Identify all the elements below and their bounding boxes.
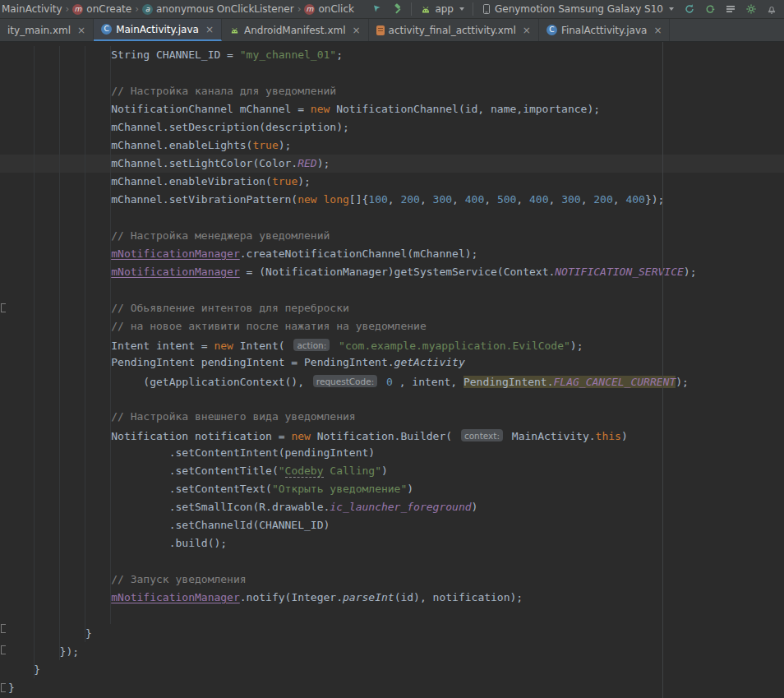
code-line[interactable]: .setContentText("Открыть уведомление") (0, 480, 784, 498)
code-token: ) (621, 430, 628, 442)
code-line[interactable]: mNotificationManager = (NotificationMana… (0, 263, 784, 281)
editor-tab-mainactivity-java[interactable]: CMainActivity.java× (94, 19, 222, 41)
tab-close-icon[interactable]: × (523, 25, 531, 35)
code-line[interactable] (0, 209, 784, 227)
main-toolbar: MainActivity › m onCreate › a anonymous … (0, 0, 784, 19)
code-token: .build(); (8, 537, 227, 549)
android-manifest-icon (229, 25, 240, 35)
breadcrumb-label: anonymous OnClickListener (156, 3, 294, 15)
code-line[interactable]: Notification notification = new Notifica… (0, 426, 784, 444)
code-line[interactable]: }); (0, 643, 784, 661)
code-line[interactable] (0, 607, 784, 625)
editor-tab-ity-main-xml[interactable]: ity_main.xml× (0, 19, 94, 41)
code-line[interactable]: .setChannelId(CHANNEL_ID) (0, 516, 784, 534)
code-token: new (297, 193, 316, 206)
code-token: ); (297, 175, 311, 187)
code-token: new (311, 103, 330, 115)
locate-file-icon[interactable] (370, 2, 385, 16)
code-line[interactable]: } (0, 679, 784, 697)
code-line[interactable]: // Настройка менеджера уведомлений (0, 227, 784, 245)
code-editor[interactable]: String CHANNEL_ID = "my_channel_01"; // … (0, 42, 784, 698)
code-line[interactable]: Intent intent = new Intent( action: "com… (0, 335, 784, 354)
code-line[interactable] (0, 552, 784, 571)
code-line[interactable] (0, 281, 784, 299)
code-line[interactable]: } (0, 661, 784, 679)
code-token (380, 376, 386, 388)
logcat-icon[interactable] (723, 2, 738, 16)
code-line[interactable]: .build(); (0, 534, 784, 552)
code-token: 300 (433, 193, 452, 206)
code-token: ; (336, 49, 343, 61)
method-icon: m (304, 4, 315, 15)
code-token: PendingIntent. (463, 376, 554, 388)
code-token: ); (279, 139, 292, 151)
code-line[interactable]: PendingIntent pendingIntent = PendingInt… (0, 354, 784, 372)
sdk-manager-gear-icon[interactable] (744, 2, 759, 16)
notifications-bell-icon[interactable] (764, 2, 779, 16)
code-token: mChannel.enableLights( (8, 139, 252, 151)
android-app-icon (420, 4, 431, 15)
tab-close-icon[interactable]: × (77, 25, 85, 35)
code-token: 100 (368, 193, 387, 206)
code-line[interactable]: mChannel.setDescription(description); (0, 118, 784, 136)
breadcrumb-separator: › (297, 3, 302, 15)
code-token: "Открыть уведомление" (272, 483, 407, 495)
device-selector[interactable]: Genymotion Samsung Galaxy S10 (479, 2, 676, 16)
code-line[interactable]: (getApplicationContext(), requestCode: 0… (0, 372, 784, 390)
code-token: } (8, 682, 15, 694)
breadcrumb-onclick[interactable]: m onClick (304, 3, 354, 15)
code-token: 400 (625, 193, 644, 206)
code-line[interactable]: NotificationChannel mChannel = new Notif… (0, 100, 784, 118)
code-line[interactable]: mChannel.setVibrationPattern(new long[]{… (0, 191, 784, 209)
code-token: mChannel.setVibrationPattern( (8, 193, 297, 206)
code-line[interactable]: String CHANNEL_ID = "my_channel_01"; (0, 46, 784, 64)
code-line[interactable]: // на новое активити после нажатия на ув… (0, 317, 784, 335)
editor-tab-finalacttivity-java[interactable]: CFinalActtivity.java× (539, 19, 671, 41)
code-line[interactable]: } (0, 625, 784, 643)
code-token: String CHANNEL_ID = (8, 49, 240, 61)
attach-debugger-icon[interactable] (703, 2, 717, 16)
code-line[interactable]: .setContentIntent(pendingIntent) (0, 444, 784, 462)
build-hammer-icon[interactable] (390, 2, 405, 16)
code-token: PendingIntent pendingIntent = PendingInt… (8, 356, 394, 368)
code-token (317, 193, 324, 206)
code-line[interactable]: // Обьявление интентов для переброски (0, 299, 784, 317)
tab-close-icon[interactable]: × (653, 25, 662, 35)
tab-close-icon[interactable]: × (205, 25, 214, 35)
code-token: .notify(Integer. (240, 591, 343, 603)
sync-project-icon[interactable] (682, 2, 697, 16)
code-token: ) (381, 465, 388, 477)
code-line[interactable]: // Настройка внешнего вида уведомления (0, 408, 784, 426)
code-line[interactable]: .setContentTitle("Codeby Calling") (0, 462, 784, 480)
gutter-marker (1, 303, 6, 312)
code-token: 500 (497, 193, 516, 206)
tab-label: FinalActtivity.java (561, 25, 647, 36)
editor-tab-androidmanifest-xml[interactable]: AndroidManifest.xml× (222, 19, 369, 41)
breadcrumb-class[interactable]: MainActivity (2, 3, 62, 15)
run-configuration-selector[interactable]: app (417, 2, 467, 16)
code-line[interactable]: // Настройка канала для уведомлений (0, 82, 784, 100)
code-line[interactable]: mChannel.enableLights(true); (0, 136, 784, 155)
code-token: Calling" (324, 465, 381, 477)
tab-close-icon[interactable]: × (353, 25, 361, 35)
code-token: "com.example.myapplication.EvilCode" (339, 340, 570, 352)
code-line[interactable] (0, 390, 784, 408)
code-token: // на новое активити после нажатия на ув… (8, 320, 427, 332)
code-line[interactable]: .setSmallIcon(R.drawable.ic_launcher_for… (0, 498, 784, 516)
editor-tab-activity-final-acttivity-xml[interactable]: activity_final_acttivity.xml× (369, 19, 539, 41)
java-class-icon: C (546, 25, 557, 35)
breadcrumb-anonymous-class[interactable]: a anonymous OnClickListener (142, 3, 294, 15)
code-line[interactable]: // Запуск уведомления (0, 571, 784, 589)
breadcrumb-oncreate[interactable]: m onCreate (72, 3, 131, 15)
tab-label: ity_main.xml (7, 25, 71, 36)
code-line[interactable] (0, 64, 784, 82)
code-token: // Запуск уведомления (8, 573, 247, 585)
right-margin-guide (662, 42, 663, 698)
gutter-marker (1, 624, 6, 633)
editor-tab-bar: ity_main.xml×CMainActivity.java×AndroidM… (0, 19, 784, 42)
code-line[interactable]: mChannel.enableVibration(true); (0, 173, 784, 191)
code-token: // Настройка менеджера уведомлений (8, 229, 330, 242)
code-line[interactable]: mNotificationManager.createNotificationC… (0, 245, 784, 263)
code-line[interactable]: mNotificationManager.notify(Integer.pars… (0, 589, 784, 607)
code-line[interactable]: mChannel.setLightColor(Color.RED); (0, 155, 784, 173)
